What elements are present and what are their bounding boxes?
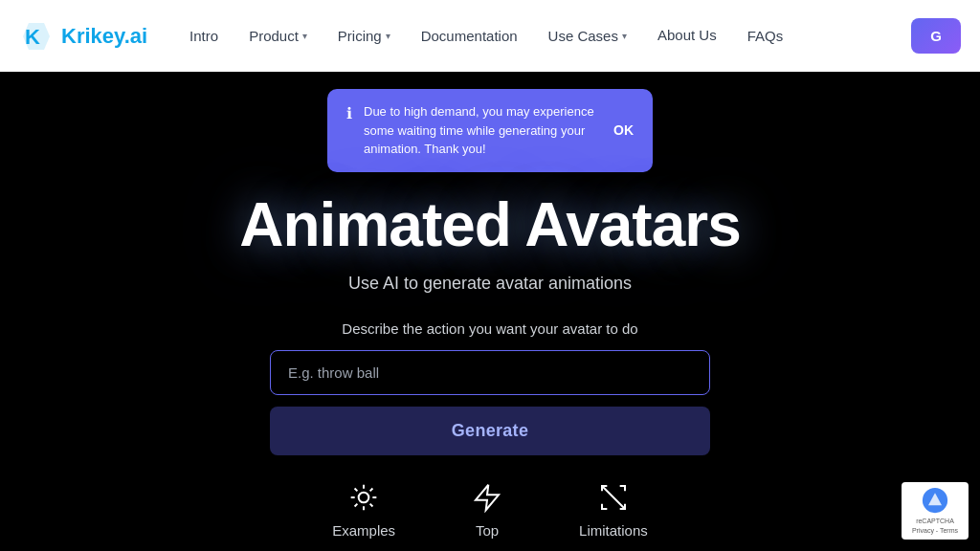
sun-icon: [348, 482, 379, 513]
logo-text-main: rikey.ai: [77, 24, 147, 48]
nav-item-documentation[interactable]: Documentation: [408, 20, 531, 52]
notification-banner: ℹ Due to high demand, you may experience…: [327, 89, 653, 172]
logo[interactable]: K Krikey.ai: [19, 19, 147, 54]
top-label: Top: [476, 522, 499, 539]
nav-item-intro[interactable]: Intro: [176, 20, 232, 52]
nav-item-about-us[interactable]: About Us: [644, 20, 730, 52]
limitations-icon-item[interactable]: Limitations: [579, 482, 648, 539]
nav-item-use-cases[interactable]: Use Cases ▾: [535, 20, 640, 52]
svg-line-8: [370, 503, 373, 506]
main-content: ℹ Due to high demand, you may experience…: [0, 72, 980, 551]
chevron-down-icon: ▾: [386, 31, 390, 41]
nav-item-faqs[interactable]: FAQs: [734, 20, 797, 52]
recaptcha-badge: reCAPTCHAPrivacy - Terms: [902, 482, 969, 540]
svg-line-7: [355, 488, 358, 491]
recaptcha-logo: [922, 487, 948, 514]
logo-icon: K: [19, 19, 54, 54]
examples-icon-item[interactable]: Examples: [332, 482, 395, 539]
logo-text: Krikey.ai: [61, 24, 147, 49]
lightning-icon: [472, 482, 502, 513]
nav-item-product[interactable]: Product ▾: [235, 20, 321, 52]
action-input[interactable]: [270, 350, 710, 395]
info-icon: ℹ: [346, 104, 352, 122]
top-icon-item[interactable]: Top: [472, 482, 502, 539]
limitations-label: Limitations: [579, 522, 648, 539]
generate-button[interactable]: Generate: [270, 407, 710, 455]
bottom-icons: Examples Top Limitations: [332, 482, 648, 539]
nav-links: Intro Product ▾ Pricing ▾ Documentation …: [176, 20, 911, 52]
examples-label: Examples: [332, 522, 395, 539]
action-label: Describe the action you want your avatar…: [342, 320, 637, 337]
svg-line-10: [370, 488, 373, 491]
navbar: K Krikey.ai Intro Product ▾ Pricing ▾ Do…: [0, 0, 980, 72]
hero-title: Animated Avatars: [239, 191, 740, 258]
notification-ok-button[interactable]: OK: [613, 122, 634, 138]
svg-text:K: K: [25, 25, 40, 49]
chevron-down-icon: ▾: [622, 31, 627, 41]
nav-item-pricing[interactable]: Pricing ▾: [324, 20, 404, 52]
hero-subtitle: Use AI to generate avatar animations: [348, 274, 632, 294]
chevron-down-icon: ▾: [302, 31, 307, 41]
no-frame-icon: [598, 482, 629, 513]
svg-line-9: [355, 503, 358, 506]
svg-point-2: [359, 493, 369, 503]
notification-text: Due to high demand, you may experience s…: [364, 102, 594, 159]
action-input-wrap: [270, 350, 710, 395]
cta-button[interactable]: G: [911, 18, 961, 54]
